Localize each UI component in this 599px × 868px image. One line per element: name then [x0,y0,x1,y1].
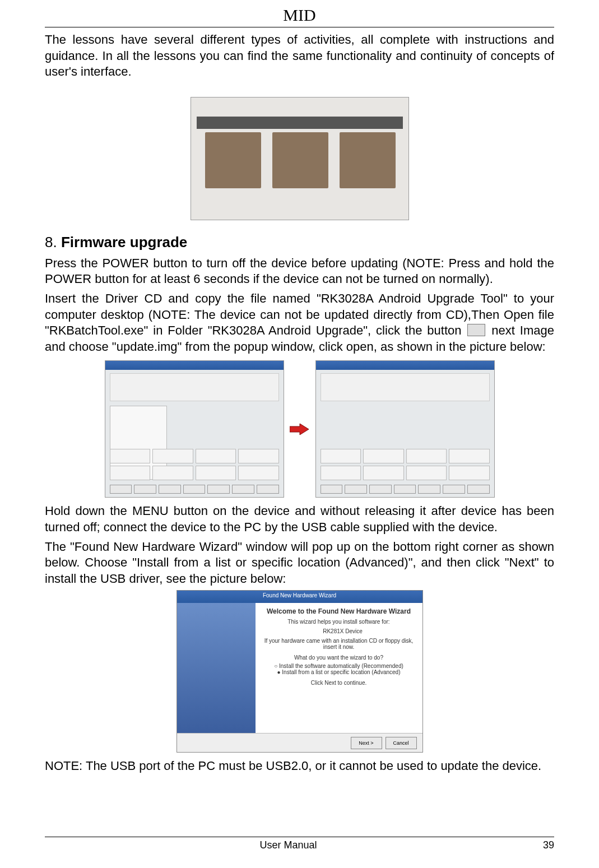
lessons-ui-screenshot [191,97,409,220]
wizard-opt1: ○ Install the software automatically (Re… [261,663,417,669]
wizard-cancel-button: Cancel [386,737,417,749]
wizard-prompt: What do you want the wizard to do? [261,655,417,661]
section-heading-firmware: 8. Firmware upgrade [45,234,554,251]
arrow-right-icon [290,423,310,436]
batchtool-after-screenshot [315,360,495,498]
header-rule [45,27,554,27]
browse-button-icon [467,324,485,336]
section-title: Firmware upgrade [61,234,187,250]
section-number: 8. [45,234,57,250]
page-footer: User Manual 39 [45,837,554,851]
wizard-sidebar [177,603,256,733]
wizard-continue: Click Next to continue. [261,680,417,686]
footer-center: User Manual [45,839,532,851]
wizard-device: RK281X Device [269,628,417,634]
wizard-button-bar: Next > Cancel [177,733,422,752]
footer-page-number: 39 [532,839,554,851]
paragraph-found-hardware: The "Found New Hardware Wizard" window w… [45,539,554,587]
wizard-next-button: Next > [351,737,382,749]
paragraph-intro: The lessons have several different types… [45,32,554,80]
wizard-titlebar: Found New Hardware Wizard [177,591,422,603]
figure-batchtool-pair [45,360,554,498]
figure-wizard: Found New Hardware Wizard Welcome to the… [45,590,554,755]
batchtool-before-screenshot [105,360,284,498]
paragraph-hold-menu: Hold down the MENU button on the device … [45,503,554,535]
figure-lessons-ui [45,97,554,222]
page-header-title: MID [45,6,554,25]
hardware-wizard-screenshot: Found New Hardware Wizard Welcome to the… [177,590,423,753]
wizard-opt2: ● Install from a list or specific locati… [261,669,417,675]
wizard-heading: Welcome to the Found New Hardware Wizard [261,607,417,615]
wizard-content: Welcome to the Found New Hardware Wizard… [256,603,422,733]
footer-rule [45,837,554,837]
svg-marker-0 [290,424,309,435]
paragraph-usb-note: NOTE: The USB port of the PC must be USB… [45,758,554,774]
paragraph-poweroff: Press the POWER button to turn off the d… [45,256,554,287]
paragraph-insert-cd: Insert the Driver CD and copy the file n… [45,291,554,355]
wizard-line1: This wizard helps you install software f… [261,619,417,625]
wizard-hint: If your hardware came with an installati… [261,638,417,650]
